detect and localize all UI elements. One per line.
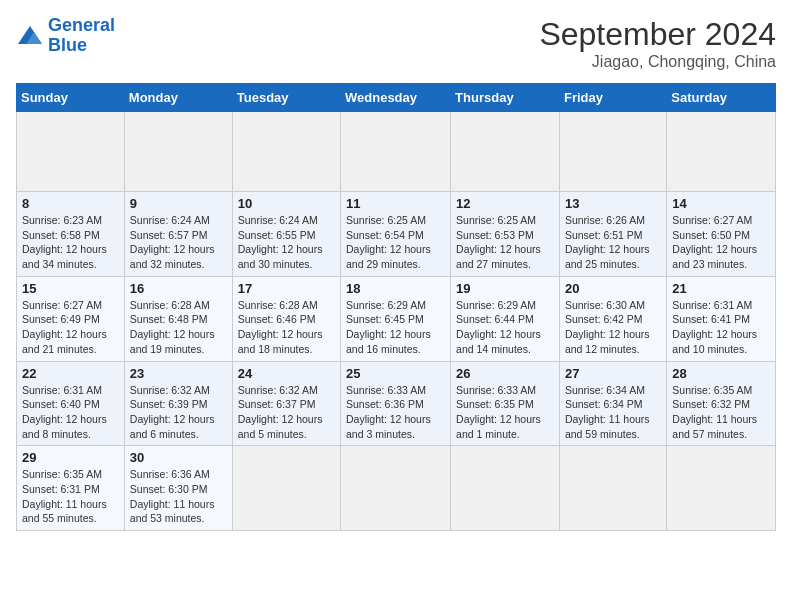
table-row: [667, 112, 776, 192]
day-number: 13: [565, 196, 661, 211]
day-info: Sunrise: 6:33 AMSunset: 6:36 PMDaylight:…: [346, 383, 445, 442]
table-row: 10 Sunrise: 6:24 AMSunset: 6:55 PMDaylig…: [232, 192, 340, 277]
header-tuesday: Tuesday: [232, 84, 340, 112]
day-number: 11: [346, 196, 445, 211]
day-number: 27: [565, 366, 661, 381]
calendar-header: Sunday Monday Tuesday Wednesday Thursday…: [17, 84, 776, 112]
header-thursday: Thursday: [451, 84, 560, 112]
calendar-week-5: 29 Sunrise: 6:35 AMSunset: 6:31 PMDaylig…: [17, 446, 776, 531]
day-number: 14: [672, 196, 770, 211]
day-info: Sunrise: 6:24 AMSunset: 6:57 PMDaylight:…: [130, 213, 227, 272]
day-info: Sunrise: 6:35 AMSunset: 6:31 PMDaylight:…: [22, 467, 119, 526]
day-number: 22: [22, 366, 119, 381]
table-row: 12 Sunrise: 6:25 AMSunset: 6:53 PMDaylig…: [451, 192, 560, 277]
day-number: 29: [22, 450, 119, 465]
day-info: Sunrise: 6:32 AMSunset: 6:37 PMDaylight:…: [238, 383, 335, 442]
day-info: Sunrise: 6:28 AMSunset: 6:48 PMDaylight:…: [130, 298, 227, 357]
table-row: 17 Sunrise: 6:28 AMSunset: 6:46 PMDaylig…: [232, 276, 340, 361]
day-number: 21: [672, 281, 770, 296]
day-info: Sunrise: 6:29 AMSunset: 6:45 PMDaylight:…: [346, 298, 445, 357]
location-subtitle: Jiagao, Chongqing, China: [539, 53, 776, 71]
title-block: September 2024 Jiagao, Chongqing, China: [539, 16, 776, 71]
table-row: 14 Sunrise: 6:27 AMSunset: 6:50 PMDaylig…: [667, 192, 776, 277]
header-wednesday: Wednesday: [341, 84, 451, 112]
day-number: 26: [456, 366, 554, 381]
logo: General Blue: [16, 16, 115, 56]
table-row: [559, 112, 666, 192]
day-info: Sunrise: 6:32 AMSunset: 6:39 PMDaylight:…: [130, 383, 227, 442]
day-number: 12: [456, 196, 554, 211]
day-number: 17: [238, 281, 335, 296]
day-info: Sunrise: 6:25 AMSunset: 6:53 PMDaylight:…: [456, 213, 554, 272]
day-number: 16: [130, 281, 227, 296]
day-info: Sunrise: 6:24 AMSunset: 6:55 PMDaylight:…: [238, 213, 335, 272]
table-row: 15 Sunrise: 6:27 AMSunset: 6:49 PMDaylig…: [17, 276, 125, 361]
day-info: Sunrise: 6:27 AMSunset: 6:50 PMDaylight:…: [672, 213, 770, 272]
day-info: Sunrise: 6:26 AMSunset: 6:51 PMDaylight:…: [565, 213, 661, 272]
table-row: 24 Sunrise: 6:32 AMSunset: 6:37 PMDaylig…: [232, 361, 340, 446]
day-number: 20: [565, 281, 661, 296]
table-row: 20 Sunrise: 6:30 AMSunset: 6:42 PMDaylig…: [559, 276, 666, 361]
day-info: Sunrise: 6:33 AMSunset: 6:35 PMDaylight:…: [456, 383, 554, 442]
table-row: 11 Sunrise: 6:25 AMSunset: 6:54 PMDaylig…: [341, 192, 451, 277]
calendar-table: Sunday Monday Tuesday Wednesday Thursday…: [16, 83, 776, 531]
day-number: 19: [456, 281, 554, 296]
table-row: [232, 446, 340, 531]
header-monday: Monday: [124, 84, 232, 112]
day-number: 23: [130, 366, 227, 381]
day-number: 15: [22, 281, 119, 296]
day-info: Sunrise: 6:31 AMSunset: 6:40 PMDaylight:…: [22, 383, 119, 442]
header-friday: Friday: [559, 84, 666, 112]
table-row: 25 Sunrise: 6:33 AMSunset: 6:36 PMDaylig…: [341, 361, 451, 446]
table-row: 19 Sunrise: 6:29 AMSunset: 6:44 PMDaylig…: [451, 276, 560, 361]
day-number: 9: [130, 196, 227, 211]
logo-line1: General: [48, 16, 115, 36]
calendar-body: 8 Sunrise: 6:23 AMSunset: 6:58 PMDayligh…: [17, 112, 776, 531]
day-info: Sunrise: 6:27 AMSunset: 6:49 PMDaylight:…: [22, 298, 119, 357]
table-row: 26 Sunrise: 6:33 AMSunset: 6:35 PMDaylig…: [451, 361, 560, 446]
day-info: Sunrise: 6:30 AMSunset: 6:42 PMDaylight:…: [565, 298, 661, 357]
table-row: [559, 446, 666, 531]
table-row: 28 Sunrise: 6:35 AMSunset: 6:32 PMDaylig…: [667, 361, 776, 446]
table-row: [451, 112, 560, 192]
table-row: 18 Sunrise: 6:29 AMSunset: 6:45 PMDaylig…: [341, 276, 451, 361]
header-saturday: Saturday: [667, 84, 776, 112]
day-info: Sunrise: 6:23 AMSunset: 6:58 PMDaylight:…: [22, 213, 119, 272]
table-row: [232, 112, 340, 192]
page-header: General Blue September 2024 Jiagao, Chon…: [16, 16, 776, 71]
table-row: [341, 446, 451, 531]
table-row: [124, 112, 232, 192]
day-info: Sunrise: 6:28 AMSunset: 6:46 PMDaylight:…: [238, 298, 335, 357]
table-row: 21 Sunrise: 6:31 AMSunset: 6:41 PMDaylig…: [667, 276, 776, 361]
table-row: 13 Sunrise: 6:26 AMSunset: 6:51 PMDaylig…: [559, 192, 666, 277]
day-number: 10: [238, 196, 335, 211]
day-number: 24: [238, 366, 335, 381]
table-row: [17, 112, 125, 192]
header-sunday: Sunday: [17, 84, 125, 112]
day-number: 28: [672, 366, 770, 381]
day-info: Sunrise: 6:36 AMSunset: 6:30 PMDaylight:…: [130, 467, 227, 526]
table-row: 22 Sunrise: 6:31 AMSunset: 6:40 PMDaylig…: [17, 361, 125, 446]
table-row: 27 Sunrise: 6:34 AMSunset: 6:34 PMDaylig…: [559, 361, 666, 446]
calendar-week-2: 8 Sunrise: 6:23 AMSunset: 6:58 PMDayligh…: [17, 192, 776, 277]
day-info: Sunrise: 6:29 AMSunset: 6:44 PMDaylight:…: [456, 298, 554, 357]
table-row: [667, 446, 776, 531]
table-row: 30 Sunrise: 6:36 AMSunset: 6:30 PMDaylig…: [124, 446, 232, 531]
table-row: [341, 112, 451, 192]
table-row: 9 Sunrise: 6:24 AMSunset: 6:57 PMDayligh…: [124, 192, 232, 277]
day-info: Sunrise: 6:31 AMSunset: 6:41 PMDaylight:…: [672, 298, 770, 357]
day-number: 25: [346, 366, 445, 381]
table-row: 23 Sunrise: 6:32 AMSunset: 6:39 PMDaylig…: [124, 361, 232, 446]
logo-icon: [16, 24, 44, 48]
day-number: 8: [22, 196, 119, 211]
table-row: [451, 446, 560, 531]
day-number: 18: [346, 281, 445, 296]
calendar-week-4: 22 Sunrise: 6:31 AMSunset: 6:40 PMDaylig…: [17, 361, 776, 446]
month-title: September 2024: [539, 16, 776, 53]
logo-line2: Blue: [48, 36, 115, 56]
day-number: 30: [130, 450, 227, 465]
day-info: Sunrise: 6:25 AMSunset: 6:54 PMDaylight:…: [346, 213, 445, 272]
table-row: 29 Sunrise: 6:35 AMSunset: 6:31 PMDaylig…: [17, 446, 125, 531]
calendar-week-3: 15 Sunrise: 6:27 AMSunset: 6:49 PMDaylig…: [17, 276, 776, 361]
day-info: Sunrise: 6:35 AMSunset: 6:32 PMDaylight:…: [672, 383, 770, 442]
